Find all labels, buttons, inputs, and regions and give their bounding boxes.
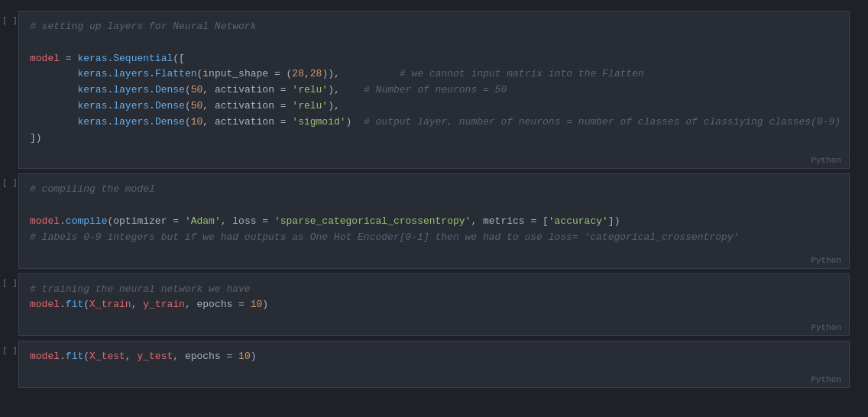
cell-label: [ ] (2, 279, 18, 288)
code-line: keras.layers.Dense(10, activation = 'sig… (30, 115, 838, 131)
notebook-container: [ ]# setting up layers for Neural Networ… (0, 0, 868, 417)
code-line: model.fit(X_test, y_test, epochs = 10) (30, 349, 838, 365)
cell-label: [ ] (2, 346, 18, 355)
code-line (30, 35, 838, 51)
cell-lang: Python (811, 256, 841, 265)
cell-content: # compiling the model model.compile(opti… (19, 174, 849, 253)
cell-label: [ ] (2, 16, 18, 25)
code-line: # training the neural network we have (30, 282, 838, 298)
code-line: # setting up layers for Neural Network (30, 19, 838, 35)
cell-lang: Python (811, 323, 841, 332)
code-line: model.fit(X_train, y_train, epochs = 10) (30, 297, 838, 313)
cell-content: # setting up layers for Neural Network m… (19, 11, 849, 154)
code-line: ]) (30, 131, 838, 147)
code-line: model.compile(optimizer = 'Adam', loss =… (30, 214, 838, 230)
code-line: keras.layers.Dense(50, activation = 'rel… (30, 99, 838, 115)
code-line (30, 198, 838, 214)
cell-label: [ ] (2, 179, 18, 188)
cell-content: model.fit(X_test, y_test, epochs = 10) (19, 341, 849, 373)
code-line: keras.layers.Flatten(input_shape = (28,2… (30, 66, 838, 82)
cell-2[interactable]: [ ]# compiling the model model.compile(o… (18, 173, 850, 268)
code-line: model = keras.Sequential([ (30, 51, 838, 67)
cell-lang: Python (811, 156, 841, 165)
code-line: # compiling the model (30, 182, 838, 198)
code-line: # labels 0-9 integers but if we had outp… (30, 230, 838, 246)
code-line: keras.layers.Dense(50, activation = 'rel… (30, 82, 838, 99)
cell-3[interactable]: [ ]# training the neural network we have… (18, 273, 850, 337)
cell-lang: Python (811, 375, 841, 384)
cell-1[interactable]: [ ]# setting up layers for Neural Networ… (18, 11, 850, 169)
cell-content: # training the neural network we havemod… (19, 274, 849, 322)
cell-4[interactable]: [ ]model.fit(X_test, y_test, epochs = 10… (18, 341, 850, 388)
